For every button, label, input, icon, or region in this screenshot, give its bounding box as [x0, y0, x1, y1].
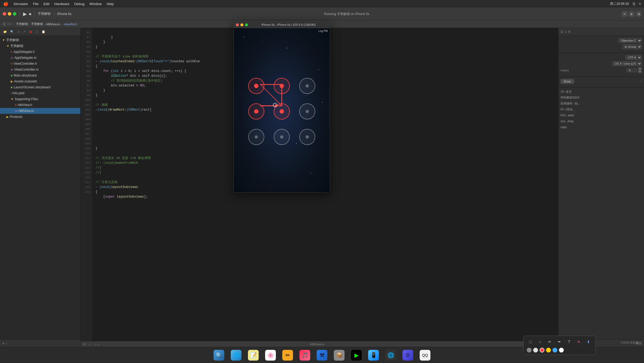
indent-up-button[interactable]: ▲ [638, 67, 642, 70]
right-file-item-0[interactable]: 13--全主 [558, 89, 644, 95]
sim-screen[interactable]: Log PM [234, 28, 330, 193]
breadcrumb-3[interactable]: HMView.m [46, 23, 60, 26]
pattern-dot-5[interactable] [297, 101, 318, 122]
inspector-icon-2[interactable]: ≡ [565, 30, 566, 34]
file-item-supporting[interactable]: ▼ Supporting Files [0, 96, 80, 102]
toolbar-view-btn-1[interactable]: ⊞ [622, 11, 627, 17]
show-button[interactable]: Show [561, 79, 574, 84]
file-item-viewcontroller-m[interactable]: m ViewController.m [0, 67, 80, 72]
file-item-hmview-h[interactable]: h HMView.h [0, 102, 80, 108]
run-button[interactable]: ▶ [23, 11, 27, 17]
indent-input[interactable] [626, 68, 637, 72]
right-file-item-6[interactable]: copy [558, 124, 644, 130]
log-icon-btn[interactable]: 📋 [41, 30, 46, 34]
menu-list[interactable]: ≡ [639, 2, 641, 6]
annotation-rect-tool[interactable]: □ [527, 338, 534, 346]
nav-back-icon[interactable]: ◁ [7, 22, 9, 26]
file-item-infoplist[interactable]: i Info.plist [0, 90, 80, 96]
breadcrumb-2[interactable]: 手势解锁 [31, 22, 43, 26]
color-white[interactable] [533, 348, 538, 353]
file-item-appdelegate-m[interactable]: m AppDelegate.m [0, 55, 80, 61]
right-file-item-3[interactable]: 07--(优化... [558, 106, 644, 112]
color-blue[interactable] [552, 348, 557, 353]
language-select[interactable]: Objective-C [618, 38, 642, 43]
pattern-dot-0[interactable] [246, 75, 267, 97]
toolbar-view-btn-2[interactable]: ◧ [629, 11, 634, 17]
togroup-select[interactable]: to Group [622, 44, 642, 49]
dock-item-sketch[interactable]: ✏ [281, 349, 294, 362]
warning-icon-btn[interactable]: ⚠ [16, 30, 21, 34]
file-item-main-storyboard[interactable]: ■ Main.storyboard [0, 72, 80, 78]
file-tree-root[interactable]: ▼ 手势解锁 [0, 37, 80, 43]
apple-menu[interactable]: 🍎 [3, 1, 9, 6]
menu-debug[interactable]: Debug [74, 2, 85, 6]
pattern-dot-6[interactable] [246, 126, 267, 148]
annotation-brush-tool[interactable]: ✒ [556, 338, 563, 346]
pattern-dot-7[interactable] [271, 126, 292, 148]
dock-item-archive[interactable]: 📦 [333, 349, 346, 362]
pattern-dot-2[interactable] [297, 75, 318, 97]
file-item-hmview-m[interactable]: m HMView.m [0, 108, 80, 114]
color-white2[interactable] [559, 348, 564, 353]
lineendings-select[interactable]: OS X / Unix (LF) [612, 61, 642, 66]
annotation-circle-tool[interactable]: ○ [536, 338, 544, 346]
right-file-item-5[interactable]: xco...dmg [558, 118, 644, 124]
annotation-pen-tool[interactable]: ✏ [546, 338, 554, 346]
pattern-dot-3[interactable] [246, 101, 267, 122]
fullscreen-button[interactable] [13, 12, 16, 16]
dock-item-photos[interactable]: 🌸 [264, 349, 277, 362]
git-icon-btn[interactable]: ↗ [22, 30, 27, 34]
filter-icon[interactable]: ○ [6, 342, 8, 345]
menu-edit[interactable]: Edit [43, 2, 49, 6]
color-gray[interactable] [527, 348, 532, 353]
debug-icon-btn[interactable]: 🐞 [28, 30, 34, 34]
menu-window[interactable]: Window [89, 2, 102, 6]
add-file-button[interactable]: + [2, 341, 5, 346]
encoding-select[interactable]: UTF-8 [625, 55, 642, 60]
annotation-save-tool[interactable]: ⬇ [585, 338, 592, 346]
minimize-button[interactable] [8, 12, 11, 16]
pattern-dot-1[interactable] [271, 75, 292, 97]
right-file-item-1[interactable]: 学科教室/02UI [558, 95, 644, 100]
sidebar-toggle-icon[interactable]: ☰ [3, 22, 6, 26]
file-item-viewcontroller-h[interactable]: h ViewController.h [0, 61, 80, 67]
breakpoint-icon-btn[interactable]: ⬡ [35, 30, 39, 34]
annotation-clear-tool[interactable]: ✕ [575, 338, 583, 346]
dock-item-terminal[interactable]: ▶ [350, 349, 363, 362]
right-file-item-2[interactable]: 应来级码 · 始... [558, 100, 644, 106]
dock-item-music[interactable]: 🎵 [298, 349, 311, 362]
dock-item-xcode[interactable]: ⚒ [316, 349, 328, 362]
toolbar-view-btn-3[interactable]: ◨ [636, 11, 641, 17]
indent-down-button[interactable]: ▼ [638, 70, 642, 73]
file-item-launchscreen[interactable]: ■ LaunchScreen.storyboard [0, 84, 80, 90]
dock-item-qichacha[interactable]: QQ [419, 349, 431, 362]
sim-fullscreen-button[interactable] [245, 23, 248, 26]
pattern-dot-8[interactable] [297, 126, 318, 148]
sim-close-button[interactable] [236, 23, 239, 26]
menu-search[interactable]: Q [633, 2, 635, 6]
dock-item-notes[interactable]: 📝 [247, 349, 260, 362]
file-item-group[interactable]: ▼ 手势解锁 [0, 43, 80, 49]
pattern-grid[interactable] [246, 75, 318, 148]
annotation-text-tool[interactable]: T [565, 338, 573, 346]
sim-minimize-button[interactable] [240, 23, 243, 26]
inspector-icon-3[interactable]: ⚙ [568, 30, 571, 34]
stop-button[interactable]: ■ [29, 12, 31, 16]
dock-item-dash[interactable]: D [401, 349, 414, 362]
breadcrumb-1[interactable]: 手势解锁 [16, 22, 28, 26]
menu-file[interactable]: File [33, 2, 39, 6]
dock-item-finder[interactable]: 🔍 [213, 349, 225, 362]
right-file-item-4[interactable]: KSI...aster [558, 112, 644, 118]
menu-simulator[interactable]: Simulator [13, 2, 28, 6]
color-red[interactable] [540, 348, 544, 353]
breadcrumb-4[interactable]: -drawRect: [63, 23, 77, 26]
inspector-icon-1[interactable]: ☰ [561, 30, 563, 34]
dock-item-simulator[interactable]: 📱 [367, 349, 380, 362]
menu-help[interactable]: Help [107, 2, 114, 6]
dock-item-browser[interactable]: 🌐 [384, 349, 397, 362]
add-button[interactable]: + [83, 342, 86, 347]
file-item-assets[interactable]: ▶ Assets.xcassets [0, 78, 80, 84]
color-yellow[interactable] [546, 348, 551, 353]
file-item-products[interactable]: ▶ Products [0, 114, 80, 120]
nav-forward-icon[interactable]: ▷ [10, 22, 12, 26]
